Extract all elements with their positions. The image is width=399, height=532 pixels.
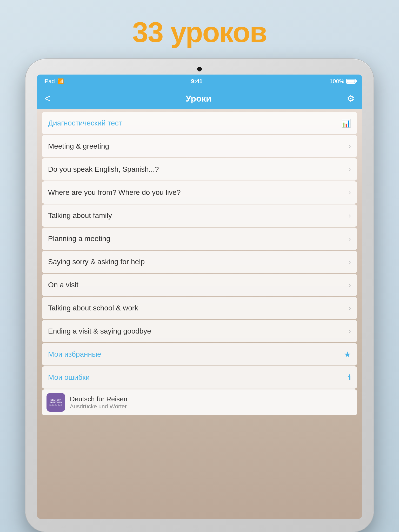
promo-icon-title: DEUTSCH SPRECHEN (48, 399, 64, 404)
mistakes-label: Мои ошибки (48, 373, 90, 382)
wifi-icon: 📶 (57, 78, 64, 84)
list-item-saying-sorry[interactable]: Saying sorry & asking for help › (42, 251, 357, 273)
device-label: iPad (43, 78, 55, 85)
promo-app-title: Deutsch für Reisen (70, 395, 127, 403)
list-item-where-are-you[interactable]: Where are you from? Where do you live? › (42, 181, 357, 204)
list-item-planning-meeting[interactable]: Planning a meeting › (42, 228, 357, 250)
nav-title: Уроки (185, 94, 211, 104)
camera (197, 67, 202, 71)
chevron-icon: › (349, 258, 351, 266)
back-button[interactable]: < (44, 93, 50, 104)
exclaim-icon: ℹ (348, 373, 351, 382)
status-right: 100% (330, 78, 356, 85)
pie-chart-icon: 📊 (341, 119, 351, 128)
nav-bar: < Уроки ⚙ (37, 88, 362, 109)
ipad-screen: iPad 📶 9:41 100% < Уроки ⚙ Диагностическ… (37, 75, 362, 519)
where-are-you-label: Where are you from? Where do you live? (48, 188, 181, 197)
battery-icon (346, 79, 356, 84)
battery-percent: 100% (330, 78, 344, 85)
page-title-text: 33 уроков (132, 16, 267, 49)
promo-icon-langs: De En Es Ru Ol (49, 404, 62, 406)
list-item-mistakes[interactable]: Мои ошибки ℹ (42, 366, 357, 389)
list-item-talking-school[interactable]: Talking about school & work › (42, 297, 357, 319)
status-time: 9:41 (191, 78, 202, 85)
chevron-icon: › (349, 304, 351, 312)
saying-sorry-label: Saying sorry & asking for help (48, 258, 145, 266)
list-item-favorites[interactable]: Мои избранные ★ (42, 343, 357, 365)
list-item-talking-family[interactable]: Talking about family › (42, 204, 357, 227)
chevron-icon: › (349, 188, 351, 197)
status-left: iPad 📶 (43, 78, 64, 85)
talking-school-label: Talking about school & work (48, 304, 138, 312)
list-item-do-you-speak[interactable]: Do you speak English, Spanish...? › (42, 158, 357, 181)
favorites-label: Мои избранные (48, 350, 101, 358)
chevron-icon: › (349, 211, 351, 220)
star-icon: ★ (344, 350, 351, 359)
battery-fill (347, 80, 355, 83)
status-bar: iPad 📶 9:41 100% (37, 75, 362, 88)
settings-button[interactable]: ⚙ (347, 93, 355, 104)
ipad-device: iPad 📶 9:41 100% < Уроки ⚙ Диагностическ… (25, 59, 374, 532)
list-item-ending-visit[interactable]: Ending a visit & saying goodbye › (42, 320, 357, 342)
list-item-meeting[interactable]: Meeting & greeting › (42, 135, 357, 157)
chevron-icon: › (349, 165, 351, 174)
ending-visit-label: Ending a visit & saying goodbye (48, 327, 151, 335)
chevron-icon: › (349, 142, 351, 150)
talking-family-label: Talking about family (48, 211, 112, 220)
planning-meeting-label: Planning a meeting (48, 235, 110, 243)
promo-app-icon: DEUTSCH SPRECHEN De En Es Ru Ol (46, 393, 65, 412)
chevron-icon: › (349, 327, 351, 335)
content-list: Диагностический тест 📊 Meeting & greetin… (37, 109, 362, 519)
diagnostic-label: Диагностический тест (48, 119, 122, 127)
list-item-on-a-visit[interactable]: On a visit › (42, 274, 357, 296)
do-you-speak-label: Do you speak English, Spanish...? (48, 165, 159, 174)
promo-banner[interactable]: DEUTSCH SPRECHEN De En Es Ru Ol Deutsch … (42, 389, 357, 415)
on-a-visit-label: On a visit (48, 281, 78, 289)
chevron-icon: › (349, 235, 351, 243)
promo-text-block: Deutsch für Reisen Ausdrücke und Wörter (70, 395, 127, 410)
promo-app-subtitle: Ausdrücke und Wörter (70, 403, 127, 410)
list-item-diagnostic[interactable]: Диагностический тест 📊 (42, 112, 357, 134)
chevron-icon: › (349, 281, 351, 289)
meeting-label: Meeting & greeting (48, 142, 109, 150)
